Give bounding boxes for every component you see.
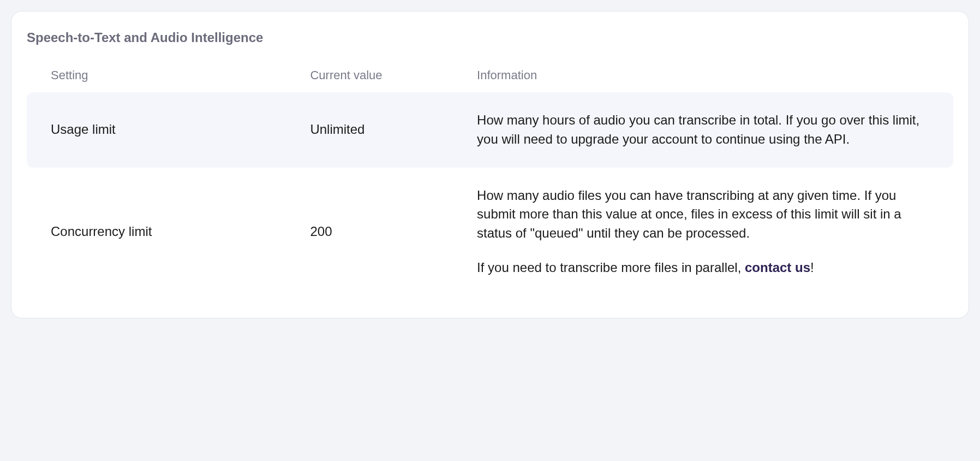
card-title: Speech-to-Text and Audio Intelligence <box>27 30 953 45</box>
contact-us-link[interactable]: contact us <box>745 260 810 275</box>
table-row: Concurrency limit 200 How many audio fil… <box>27 168 953 296</box>
column-header-info: Information <box>453 58 953 92</box>
info-text: ! <box>810 260 814 275</box>
setting-info: How many audio files you can have transc… <box>453 168 953 296</box>
setting-name: Concurrency limit <box>27 168 286 296</box>
info-paragraph: If you need to transcribe more files in … <box>477 258 929 277</box>
info-paragraph: How many audio files you can have transc… <box>477 186 929 243</box>
column-header-value: Current value <box>286 58 453 92</box>
setting-value: 200 <box>286 168 453 296</box>
info-text: If you need to transcribe more files in … <box>477 260 745 275</box>
setting-info: How many hours of audio you can transcri… <box>453 92 953 168</box>
column-header-setting: Setting <box>27 58 286 92</box>
settings-card: Speech-to-Text and Audio Intelligence Se… <box>11 11 969 318</box>
table-header-row: Setting Current value Information <box>27 58 953 92</box>
table-row: Usage limit Unlimited How many hours of … <box>27 92 953 168</box>
setting-value: Unlimited <box>286 92 453 168</box>
settings-table: Setting Current value Information Usage … <box>27 58 953 296</box>
setting-name: Usage limit <box>27 92 286 168</box>
